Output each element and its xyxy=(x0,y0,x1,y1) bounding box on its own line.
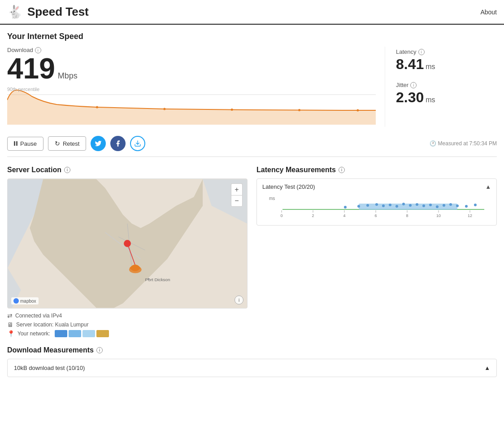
connected-via-row: ⇄ Connected via IPv4 xyxy=(7,312,248,319)
svg-point-3 xyxy=(231,109,233,111)
download-measurements-section: Download Measurements i 10kB download te… xyxy=(7,346,497,386)
svg-text:10: 10 xyxy=(436,213,441,218)
facebook-icon xyxy=(114,140,122,147)
latency-measurements-section: Latency Measurements i Latency Test (20/… xyxy=(256,166,497,337)
connected-via-text: Connected via IPv4 xyxy=(15,313,62,319)
server-icon: 🖥 xyxy=(7,321,13,328)
twitter-share-button[interactable] xyxy=(91,136,106,151)
download-value: 419 xyxy=(7,54,55,83)
chart-percentile-label: 90th percentile xyxy=(7,87,39,92)
svg-text:12: 12 xyxy=(468,213,472,218)
server-location-title: Server Location i xyxy=(7,166,248,174)
internet-speed-section: Your Internet Speed Download i 419 Mbps … xyxy=(7,32,497,157)
svg-point-26 xyxy=(409,204,412,207)
server-location-section: Server Location i xyxy=(7,166,248,337)
latency-value-row: 8.41 ms xyxy=(396,56,497,73)
latency-measurements-title: Latency Measurements i xyxy=(256,166,497,174)
download-chart-svg xyxy=(7,87,376,127)
svg-point-24 xyxy=(395,205,398,208)
download-unit: Mbps xyxy=(58,72,78,80)
download-result-button[interactable] xyxy=(130,136,145,151)
svg-point-28 xyxy=(422,204,425,207)
action-left: Pause ↻ Retest xyxy=(7,136,145,151)
main-content: Your Internet Speed Download i 419 Mbps … xyxy=(0,25,504,386)
latency-label-row: Latency i xyxy=(396,48,497,55)
map-controls: + − xyxy=(231,183,243,207)
retest-icon: ↻ xyxy=(55,140,60,147)
pause-icon xyxy=(14,141,17,146)
collapse-icon[interactable]: ▲ xyxy=(485,183,491,190)
location-icon: 📍 xyxy=(7,330,15,337)
map-container: Port Dickson + − mapbox i xyxy=(7,178,248,309)
server-location-text: Server location: Kuala Lumpur xyxy=(16,322,88,328)
svg-point-22 xyxy=(382,204,385,207)
network-swatch-3 xyxy=(83,330,95,337)
network-swatch-1 xyxy=(55,330,67,337)
svg-point-31 xyxy=(443,204,445,207)
header-left: 🐇 Speed Test xyxy=(7,4,89,19)
server-location-info-icon[interactable]: i xyxy=(64,167,70,173)
internet-speed-title: Your Internet Speed xyxy=(7,32,497,41)
latency-info-icon[interactable]: i xyxy=(418,49,425,55)
latency-measurements-info-icon[interactable]: i xyxy=(339,167,345,173)
svg-point-19 xyxy=(357,205,360,208)
svg-text:2: 2 xyxy=(312,213,314,218)
facebook-share-button[interactable] xyxy=(110,136,126,151)
svg-point-5 xyxy=(356,109,359,112)
download-accordion: 10kB download test (10/10) ▲ xyxy=(7,359,497,377)
network-swatch-4 xyxy=(96,330,109,337)
latency-chart-header: Latency Test (20/20) ▲ xyxy=(262,183,491,190)
jitter-value: 2.30 xyxy=(396,89,424,106)
pause-bar-1 xyxy=(14,141,15,146)
download-accordion-header[interactable]: 10kB download test (10/10) ▲ xyxy=(8,359,496,377)
about-link[interactable]: About xyxy=(480,9,497,16)
svg-point-14 xyxy=(148,278,149,280)
twitter-icon xyxy=(95,140,102,147)
svg-point-18 xyxy=(344,206,347,209)
map-info-button[interactable]: i xyxy=(235,296,243,304)
accordion-collapse-icon: ▲ xyxy=(484,365,490,371)
server-location-row: 🖥 Server location: Kuala Lumpur xyxy=(7,321,248,328)
download-measurements-title: Download Measurements i xyxy=(7,346,497,354)
download-chart: 90th percentile xyxy=(7,87,376,127)
svg-point-4 xyxy=(298,109,300,111)
svg-point-2 xyxy=(163,108,165,110)
map-zoom-in-button[interactable]: + xyxy=(231,183,243,195)
clock-icon: 🕐 xyxy=(430,140,436,147)
app-title: Speed Test xyxy=(27,5,89,19)
svg-point-25 xyxy=(402,203,405,205)
map-zoom-out-button[interactable]: − xyxy=(231,195,243,207)
download-section: Download i 419 Mbps 90th percentile xyxy=(7,47,385,127)
svg-rect-17 xyxy=(359,204,457,210)
network-swatches xyxy=(55,330,109,337)
measured-at: 🕐 Measured at 7:50:34 PM xyxy=(430,140,497,147)
jitter-section: Jitter i 2.30 ms xyxy=(396,82,497,106)
svg-text:4: 4 xyxy=(343,213,345,218)
svg-point-29 xyxy=(429,204,432,206)
speed-grid: Download i 419 Mbps 90th percentile xyxy=(7,47,497,127)
latency-chart-title: Latency Test (20/20) xyxy=(262,183,315,190)
download-measurements-title-text: Download Measurements xyxy=(7,346,94,354)
retest-button[interactable]: ↻ Retest xyxy=(48,136,87,151)
download-accordion-label: 10kB download test (10/10) xyxy=(14,365,85,371)
svg-text:8: 8 xyxy=(406,213,408,218)
svg-point-35 xyxy=(474,204,477,206)
download-label-row: Download i xyxy=(7,47,376,53)
download-value-row: 419 Mbps xyxy=(7,54,376,83)
latency-chart-box: Latency Test (20/20) ▲ ms xyxy=(256,178,497,226)
right-metrics: Latency i 8.41 ms Jitter i 2.30 xyxy=(385,47,497,127)
pause-button[interactable]: Pause xyxy=(7,137,43,151)
download-measurements-info-icon[interactable]: i xyxy=(96,347,103,353)
latency-measurements-title-text: Latency Measurements xyxy=(256,166,336,174)
network-icon: ⇄ xyxy=(7,312,13,319)
map-svg: Port Dickson xyxy=(8,179,247,308)
your-network-row: 📍 Your network: xyxy=(7,330,248,337)
svg-point-33 xyxy=(456,204,459,207)
latency-chart-svg: ms xyxy=(262,194,491,221)
svg-point-32 xyxy=(449,203,452,206)
map-meta: ⇄ Connected via IPv4 🖥 Server location: … xyxy=(7,312,248,337)
app-logo-icon: 🐇 xyxy=(7,4,23,19)
jitter-info-icon[interactable]: i xyxy=(410,82,417,88)
svg-point-21 xyxy=(375,203,378,206)
svg-point-23 xyxy=(389,204,391,206)
